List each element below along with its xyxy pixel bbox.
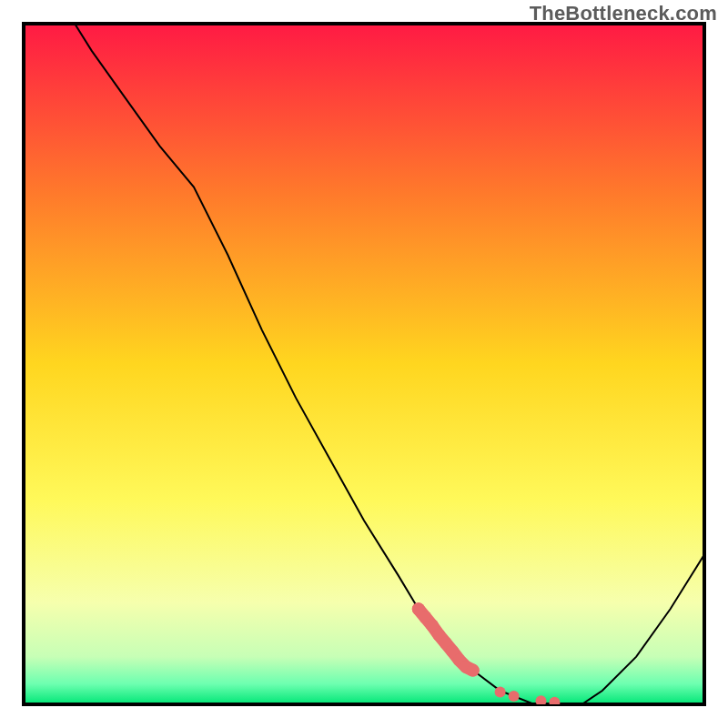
bottleneck-chart [0,0,728,728]
marker-dot [495,687,506,698]
marker-dot [467,664,480,677]
chart-container: TheBottleneck.com [0,0,728,728]
marker-dot [509,691,520,702]
plot-background [24,24,704,704]
watermark-text: TheBottleneck.com [530,2,717,25]
